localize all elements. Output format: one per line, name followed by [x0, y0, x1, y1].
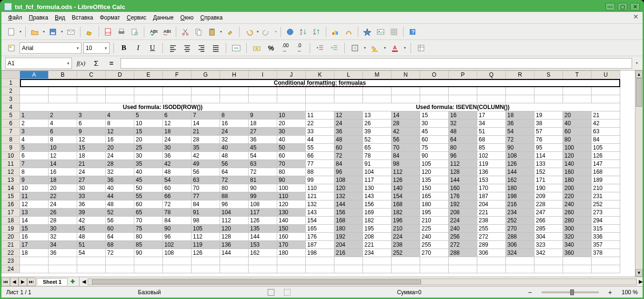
- cell-J16[interactable]: 120: [277, 200, 306, 209]
- row-header-22[interactable]: 22: [2, 249, 20, 257]
- cell-B11[interactable]: 14: [49, 160, 77, 168]
- cell-E5[interactable]: 5: [134, 111, 163, 120]
- cell-B21[interactable]: 34: [49, 241, 77, 249]
- cell-S23[interactable]: [534, 257, 563, 265]
- cell-I10[interactable]: 54: [249, 152, 277, 160]
- auto-spellcheck-button[interactable]: ABC: [161, 26, 173, 38]
- cell-S13[interactable]: 171: [534, 176, 563, 184]
- sort-asc-button[interactable]: AZ: [297, 26, 310, 38]
- vertical-scroll-thumb[interactable]: [636, 78, 642, 107]
- add-sheet-button[interactable]: ✚: [69, 278, 76, 286]
- cell-S22[interactable]: 342: [534, 249, 563, 257]
- cell-F18[interactable]: 84: [163, 217, 191, 225]
- cell-C8[interactable]: 12: [77, 136, 106, 144]
- align-center-button[interactable]: [181, 42, 193, 54]
- cell-F20[interactable]: 96: [163, 233, 191, 241]
- cell-I19[interactable]: 135: [249, 225, 277, 233]
- cell-U10[interactable]: 126: [592, 152, 620, 160]
- increase-indent-button[interactable]: [328, 42, 341, 54]
- cell-H12[interactable]: 64: [220, 168, 249, 176]
- cell-B7[interactable]: 6: [49, 128, 77, 136]
- cell-J18[interactable]: 140: [277, 217, 306, 225]
- cell-C21[interactable]: 51: [77, 241, 106, 249]
- cell-F12[interactable]: 48: [163, 168, 191, 176]
- cell-R17[interactable]: 234: [506, 209, 534, 217]
- cell-I17[interactable]: 117: [249, 209, 277, 217]
- cell-L2[interactable]: [334, 87, 363, 95]
- cell-A18[interactable]: 14: [20, 217, 49, 225]
- row-header-13[interactable]: 13: [2, 176, 20, 184]
- cell-R16[interactable]: 216: [506, 200, 534, 209]
- align-right-button[interactable]: [195, 42, 208, 54]
- cell-D19[interactable]: 60: [106, 225, 134, 233]
- cell-N6[interactable]: 28: [392, 120, 420, 128]
- cell-B18[interactable]: 28: [49, 217, 77, 225]
- cell-U17[interactable]: 273: [592, 209, 620, 217]
- cell-T14[interactable]: 200: [563, 184, 592, 192]
- cell-C23[interactable]: [77, 257, 106, 265]
- titlebar[interactable]: tst_fcf_formula.ods - LibreOffice Calc —…: [1, 1, 643, 12]
- cell-O6[interactable]: 30: [420, 120, 449, 128]
- cell-P22[interactable]: 288: [449, 249, 477, 257]
- cell-H22[interactable]: 144: [220, 249, 249, 257]
- cell-G13[interactable]: 63: [191, 176, 220, 184]
- cell-I20[interactable]: 144: [249, 233, 277, 241]
- cut-button[interactable]: [179, 26, 191, 38]
- cell-L10[interactable]: 72: [334, 152, 363, 160]
- cell-K15[interactable]: 121: [306, 192, 334, 200]
- cell-H3[interactable]: [220, 95, 249, 103]
- open-dropdown-icon[interactable]: ▾: [42, 30, 46, 34]
- save-button[interactable]: [47, 26, 59, 38]
- name-box-dropdown-icon[interactable]: ▾: [65, 61, 70, 66]
- cell-J13[interactable]: 90: [277, 176, 306, 184]
- cell-E6[interactable]: 10: [134, 120, 163, 128]
- cell-I11[interactable]: 63: [249, 160, 277, 168]
- cell-J2[interactable]: [277, 87, 306, 95]
- cell-D23[interactable]: [106, 257, 134, 265]
- cell-Q9[interactable]: 85: [477, 144, 506, 152]
- cell-M8[interactable]: 52: [363, 136, 392, 144]
- cell-E8[interactable]: 20: [134, 136, 163, 144]
- cell-I16[interactable]: 108: [249, 200, 277, 209]
- column-header-N[interactable]: N: [392, 71, 420, 79]
- font-size-dropdown-icon[interactable]: ▾: [103, 46, 107, 50]
- format-paintbrush-button[interactable]: [224, 26, 236, 38]
- cell-H10[interactable]: 48: [220, 152, 249, 160]
- cell-K19[interactable]: 165: [306, 225, 334, 233]
- cell-K5[interactable]: 11: [306, 111, 334, 120]
- cell-T20[interactable]: 320: [563, 233, 592, 241]
- cell-H14[interactable]: 80: [220, 184, 249, 192]
- column-header-P[interactable]: P: [449, 71, 477, 79]
- left-formula-header[interactable]: Used formula: ISODD(ROW()): [20, 103, 306, 111]
- cell-H16[interactable]: 96: [220, 200, 249, 209]
- cell-C15[interactable]: 33: [77, 192, 106, 200]
- font-size-combo[interactable]: ▾: [83, 42, 110, 54]
- bold-button[interactable]: B: [118, 42, 130, 54]
- cell-K18[interactable]: 154: [306, 217, 334, 225]
- hyperlink-button[interactable]: [284, 26, 296, 38]
- column-header-U[interactable]: U: [592, 71, 620, 79]
- edit-button[interactable]: [83, 26, 96, 38]
- cell-R7[interactable]: 54: [506, 128, 534, 136]
- cell-J21[interactable]: 170: [277, 241, 306, 249]
- column-header-J[interactable]: J: [277, 71, 306, 79]
- menu-window[interactable]: Окно: [178, 13, 197, 22]
- cell-Q5[interactable]: 17: [477, 111, 506, 120]
- cell-S18[interactable]: 266: [534, 217, 563, 225]
- cell-S7[interactable]: 57: [534, 128, 563, 136]
- cell-B10[interactable]: 12: [49, 152, 77, 160]
- cell-E22[interactable]: 90: [134, 249, 163, 257]
- row-header-3[interactable]: 3: [2, 95, 20, 103]
- cell-G9[interactable]: 35: [191, 144, 220, 152]
- cell-P23[interactable]: [449, 257, 477, 265]
- cell-T3[interactable]: [563, 95, 592, 103]
- cell-A17[interactable]: 13: [20, 209, 49, 217]
- row-header-23[interactable]: 23: [2, 257, 20, 265]
- cell-R2[interactable]: [506, 87, 534, 95]
- cell-L8[interactable]: 48: [334, 136, 363, 144]
- row-header-11[interactable]: 11: [2, 160, 20, 168]
- cell-M12[interactable]: 104: [363, 168, 392, 176]
- cell-D10[interactable]: 24: [106, 152, 134, 160]
- cell-F5[interactable]: 6: [163, 111, 191, 120]
- cell-P3[interactable]: [449, 95, 477, 103]
